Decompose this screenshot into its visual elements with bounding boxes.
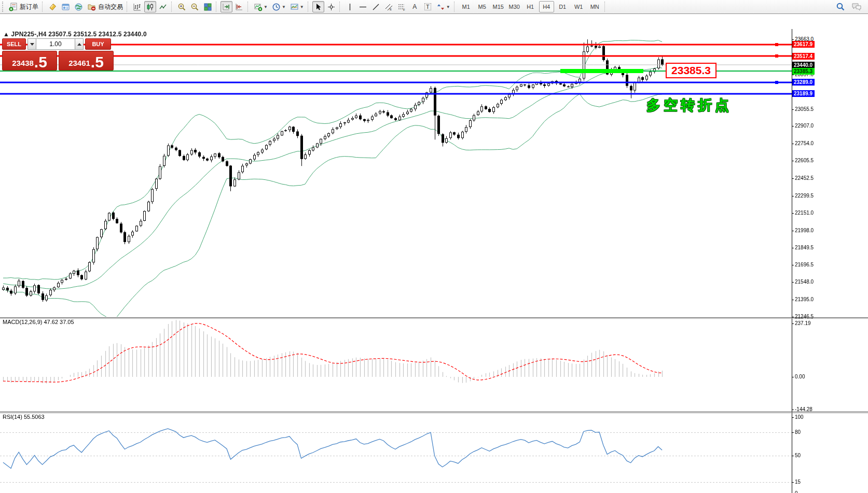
macd-indicator-label: MACD(12,26,9) 47.62 37.05	[3, 319, 74, 325]
market-watch-icon	[48, 3, 57, 11]
autotrading-icon	[87, 3, 96, 11]
bar-chart-mode-button[interactable]	[131, 1, 143, 12]
clock-icon	[272, 3, 281, 11]
new-order-button[interactable]: 新订单	[7, 1, 40, 12]
buy-price-pip: .5	[91, 55, 104, 69]
horizontal-line-tool-button[interactable]	[357, 1, 369, 12]
arrows-tool-button[interactable]: ▼	[435, 1, 452, 12]
sell-price-int: 23438	[12, 59, 34, 67]
chat-icon[interactable]	[851, 2, 862, 11]
indicators-button[interactable]: ▼	[252, 1, 269, 12]
buy-price-box[interactable]: 23461 .5	[59, 51, 114, 71]
timeframe-h1-button[interactable]: H1	[523, 1, 538, 12]
tile-windows-button[interactable]	[202, 1, 214, 12]
price-line-label: 23440.0	[792, 62, 815, 68]
price-axis-line	[792, 29, 792, 493]
text-label-tool-button[interactable]: T	[422, 1, 434, 12]
market-watch-button[interactable]	[47, 1, 59, 12]
price-tick-label: 21246.5	[795, 314, 815, 320]
rsi-indicator-label: RSI(14) 55.5063	[3, 414, 45, 420]
navigator-button[interactable]	[73, 1, 85, 12]
arrow-objects-icon	[436, 3, 445, 11]
indicators-icon	[254, 3, 263, 11]
timeframe-mn-button[interactable]: MN	[587, 1, 602, 12]
trendline-icon	[371, 3, 380, 11]
text-tool-button[interactable]: A	[409, 1, 421, 12]
vertical-line-icon	[346, 3, 354, 11]
one-click-trading-panel: SELL BUY 23438 .5 23461 .5	[2, 38, 114, 71]
turning-point-note[interactable]: 多空转折点	[646, 96, 732, 115]
price-tick-label: 23055.5	[795, 106, 815, 112]
cursor-tool-button[interactable]	[312, 1, 324, 12]
channel-tool-button[interactable]: E	[383, 1, 395, 12]
macd-panel-splitter[interactable]	[0, 317, 868, 318]
rsi-tick-label: 80	[795, 429, 802, 435]
trendline-tool-button[interactable]	[370, 1, 382, 12]
crosshair-tool-button[interactable]	[325, 1, 337, 12]
dropdown-caret-icon: ▼	[282, 5, 286, 9]
timeframe-m15-button[interactable]: M15	[491, 1, 506, 12]
text-tool-icon: A	[412, 3, 417, 10]
price-line-label: 23289.0	[792, 79, 815, 86]
candlestick-mode-button[interactable]	[144, 1, 156, 12]
volume-increase-button[interactable]	[75, 38, 84, 50]
search-icon[interactable]	[836, 2, 845, 11]
price-tick-label: 21548.0	[795, 279, 815, 285]
timeframe-h4-button[interactable]: H4	[539, 1, 554, 12]
line-chart-mode-button[interactable]	[157, 1, 169, 12]
macd-tick-label: 0.00	[795, 374, 806, 380]
timeframe-m1-button[interactable]: M1	[459, 1, 474, 12]
price-line-label: 23189.9	[792, 90, 815, 97]
toolbar-separator	[171, 2, 174, 12]
price-annotation-box[interactable]: 23385.3	[666, 63, 717, 78]
price-tick-label: 22299.5	[795, 193, 815, 199]
zoom-out-button[interactable]	[189, 1, 201, 12]
price-tick-label: 22452.5	[795, 175, 815, 181]
volume-decrease-button[interactable]	[27, 38, 36, 50]
auto-scroll-icon	[222, 3, 231, 11]
new-order-icon	[9, 3, 18, 11]
chart-shift-icon	[235, 3, 244, 11]
auto-scroll-button[interactable]	[221, 1, 232, 12]
rsi-panel-splitter-line	[0, 413, 868, 413]
price-tick-label: 22605.5	[795, 158, 815, 164]
navigator-globe-icon	[74, 3, 83, 11]
bar-chart-icon	[133, 3, 142, 11]
templates-button[interactable]: ▼	[288, 1, 306, 12]
autotrading-button[interactable]: 自动交易	[86, 1, 125, 12]
toolbar-grip	[2, 2, 6, 12]
new-order-label: 新订单	[20, 3, 38, 11]
chart-shift-button[interactable]	[233, 1, 245, 12]
buy-button[interactable]: BUY	[85, 38, 111, 50]
toolbar-separator	[308, 2, 310, 12]
data-window-button[interactable]	[60, 1, 72, 12]
horizontal-line-icon	[359, 3, 367, 11]
price-tick-label: 21998.0	[795, 228, 815, 234]
macd-panel-splitter-line	[0, 318, 868, 319]
dropdown-caret-icon: ▼	[300, 5, 304, 9]
text-label-icon: T	[424, 3, 431, 10]
svg-text:E: E	[390, 8, 392, 11]
toolbar-separator	[604, 2, 607, 12]
timeframe-w1-button[interactable]: W1	[571, 1, 586, 12]
price-line-label: 23617.9	[792, 41, 815, 48]
zoom-in-button[interactable]	[176, 1, 188, 12]
timeframe-d1-button[interactable]: D1	[555, 1, 570, 12]
price-tick-label: 22754.0	[795, 140, 815, 147]
fibonacci-tool-button[interactable]: F	[396, 1, 408, 12]
vertical-line-tool-button[interactable]	[344, 1, 356, 12]
sell-price-box[interactable]: 23438 .5	[2, 51, 57, 71]
sell-button[interactable]: SELL	[2, 38, 26, 50]
dropdown-caret-icon: ▼	[446, 5, 450, 9]
toolbar-separator	[247, 2, 250, 12]
rsi-panel-splitter[interactable]	[0, 412, 868, 412]
timeframe-m30-button[interactable]: M30	[507, 1, 522, 12]
timeframe-m5-button[interactable]: M5	[475, 1, 490, 12]
volume-input[interactable]	[36, 38, 75, 50]
candlestick-chart-icon	[146, 3, 155, 11]
equidistant-channel-icon: E	[384, 3, 393, 11]
zoom-out-icon	[190, 3, 199, 11]
tile-windows-icon	[203, 3, 212, 11]
toolbar-separator	[216, 2, 218, 12]
periods-button[interactable]: ▼	[270, 1, 287, 12]
